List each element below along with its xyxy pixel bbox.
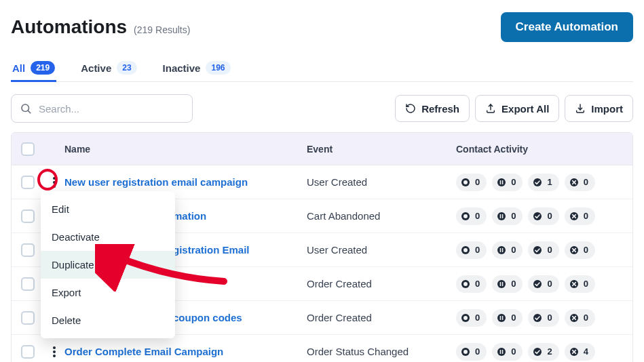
svg-rect-6 <box>502 180 504 184</box>
row-more-button[interactable] <box>47 344 62 359</box>
select-all-checkbox[interactable] <box>21 142 35 156</box>
row-checkbox[interactable] <box>21 345 35 359</box>
pause-icon <box>496 177 507 188</box>
svg-point-48 <box>463 350 468 354</box>
svg-rect-33 <box>502 282 504 286</box>
circle-icon <box>460 211 471 222</box>
row-checkbox[interactable] <box>21 277 35 291</box>
row-activity: 0000 <box>456 275 632 293</box>
svg-rect-41 <box>500 316 501 320</box>
column-event[interactable]: Event <box>307 144 456 155</box>
tab-inactive-count: 196 <box>206 61 230 75</box>
pause-icon <box>496 279 507 289</box>
tab-active[interactable]: Active 23 <box>79 61 138 81</box>
stat-completed: 2 <box>528 343 558 361</box>
stat-open: 0 <box>456 343 487 361</box>
svg-point-40 <box>497 314 506 322</box>
x-circle-icon <box>569 279 580 289</box>
table-header: Name Event Contact Activity <box>12 133 632 165</box>
svg-point-43 <box>533 314 542 322</box>
tab-inactive[interactable]: Inactive 196 <box>162 61 232 81</box>
x-circle-icon <box>569 346 580 357</box>
svg-line-1 <box>28 110 30 113</box>
stat-completed: 0 <box>528 309 558 327</box>
menu-item-export[interactable]: Export <box>41 279 175 306</box>
svg-rect-32 <box>500 282 501 286</box>
stat-failed: 0 <box>565 275 595 293</box>
svg-point-21 <box>463 248 468 252</box>
automation-name-link[interactable]: coupon codes <box>173 312 242 323</box>
check-circle-icon <box>532 177 543 188</box>
svg-point-16 <box>533 212 542 220</box>
tab-active-label: Active <box>81 62 111 74</box>
stat-paused: 0 <box>492 275 523 293</box>
export-all-button[interactable]: Export All <box>475 95 559 122</box>
svg-rect-50 <box>500 350 501 354</box>
page-header: Automations (219 Results) Create Automat… <box>11 12 633 42</box>
import-button[interactable]: Import <box>565 95 633 122</box>
row-checkbox[interactable] <box>21 176 35 189</box>
svg-rect-14 <box>500 214 501 218</box>
menu-item-deactivate[interactable]: Deactivate <box>41 223 175 251</box>
table-row: Order Complete Email CampaignOrder Statu… <box>12 335 632 362</box>
menu-item-edit[interactable]: Edit <box>41 195 175 223</box>
row-more-button[interactable] <box>47 175 62 190</box>
check-circle-icon <box>532 346 543 357</box>
svg-rect-24 <box>502 248 504 252</box>
search-box[interactable] <box>11 94 193 123</box>
toolbar: Refresh Export All Import <box>11 94 633 123</box>
import-icon <box>575 103 586 114</box>
export-icon <box>485 103 496 114</box>
row-activity: 0010 <box>456 174 632 191</box>
stat-completed: 1 <box>528 174 558 191</box>
menu-item-delete[interactable]: Delete <box>41 306 175 334</box>
row-event: Order Created <box>307 312 456 323</box>
stat-open: 0 <box>456 207 487 225</box>
svg-point-25 <box>533 246 542 254</box>
pause-icon <box>496 313 507 323</box>
menu-item-duplicate[interactable]: Duplicate <box>41 251 175 279</box>
automation-name-link[interactable]: Order Complete Email Campaign <box>64 346 223 357</box>
stat-paused: 0 <box>492 309 523 327</box>
stat-open: 0 <box>456 174 487 191</box>
automation-name-link[interactable]: mation <box>173 210 206 222</box>
tab-all[interactable]: All 219 <box>11 61 56 81</box>
row-event: Order Created <box>307 278 456 289</box>
tabs: All 219 Active 23 Inactive 196 <box>11 61 633 82</box>
x-circle-icon <box>569 177 580 188</box>
stat-paused: 0 <box>492 343 523 361</box>
circle-icon <box>460 313 471 323</box>
svg-point-3 <box>463 180 468 184</box>
row-event: Order Status Changed <box>307 346 456 357</box>
stat-completed: 0 <box>528 275 558 293</box>
svg-rect-23 <box>500 248 501 252</box>
column-name[interactable]: Name <box>64 144 307 155</box>
pause-icon <box>496 346 507 357</box>
column-activity[interactable]: Contact Activity <box>456 144 632 155</box>
create-automation-button[interactable]: Create Automation <box>501 12 633 42</box>
refresh-button[interactable]: Refresh <box>395 95 470 122</box>
row-event: User Created <box>307 176 456 188</box>
row-checkbox[interactable] <box>21 311 35 325</box>
automation-name-link[interactable]: gistration Email <box>173 244 250 256</box>
tab-all-count: 219 <box>31 61 55 75</box>
pause-icon <box>496 245 507 256</box>
stat-failed: 0 <box>565 207 595 225</box>
result-count: (219 Results) <box>134 24 190 35</box>
refresh-icon <box>405 103 416 114</box>
row-actions-menu: Edit Deactivate Duplicate Export Delete <box>41 191 175 338</box>
row-checkbox[interactable] <box>21 243 35 257</box>
automation-name-link[interactable]: New user registration email campaign <box>64 176 248 188</box>
row-event: User Created <box>307 244 456 256</box>
x-circle-icon <box>569 313 580 323</box>
svg-rect-5 <box>500 180 501 184</box>
search-input[interactable] <box>39 103 184 115</box>
row-checkbox[interactable] <box>21 209 35 223</box>
row-activity: 0000 <box>456 207 632 225</box>
stat-open: 0 <box>456 309 487 327</box>
x-circle-icon <box>569 245 580 256</box>
circle-icon <box>460 245 471 256</box>
check-circle-icon <box>532 313 543 323</box>
row-event: Cart Abandoned <box>307 210 456 222</box>
svg-point-31 <box>497 280 506 288</box>
